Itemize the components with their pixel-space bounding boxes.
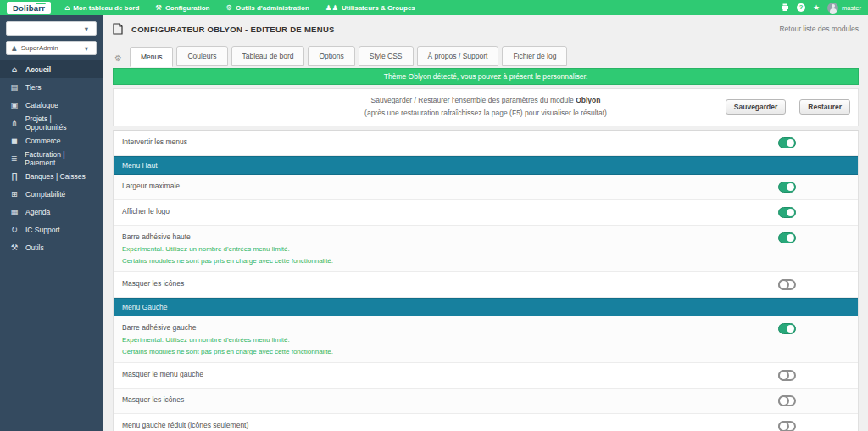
setting-row-masquer-les-ic-nes: Masquer les icônes: [114, 389, 858, 414]
tab-couleurs[interactable]: Couleurs: [176, 46, 227, 66]
tab-menus[interactable]: Menus: [130, 47, 174, 67]
sidebar-nav: ⌂Accueil▤Tiers▣Catalogue⋔Projets | Oppor…: [0, 60, 103, 256]
setting-label: Intervertir les menus: [122, 137, 187, 146]
tab-propos-support[interactable]: À propos / Support: [417, 46, 499, 66]
toggle-menu-gauche-r-duit-ic-nes-seulement[interactable]: [778, 421, 796, 431]
invoice-icon: ≣: [9, 154, 19, 163]
toggle-barre-adh-sive-gauche[interactable]: [778, 323, 796, 334]
sidebar-item-label: Comptabilité: [25, 190, 65, 199]
setting-label: Masquer les icônes: [122, 395, 184, 404]
topmenu-item-configuration[interactable]: ⚒Configuration: [155, 3, 209, 12]
toggle-afficher-le-logo[interactable]: [778, 207, 796, 218]
topmenu-item-outils-d-administration[interactable]: ⚙Outils d'administration: [225, 3, 309, 12]
tab-options[interactable]: Options: [308, 46, 354, 66]
setting-text: Barre adhésive gaucheExpérimental. Utili…: [122, 323, 333, 355]
sidebar-item-label: Outils: [25, 243, 44, 252]
section-header-menu-gauche: Menu Gauche: [114, 298, 858, 316]
setting-row-barre-adh-sive-haute: Barre adhésive hauteExpérimental. Utilis…: [114, 226, 858, 272]
sauvegarder-button[interactable]: Sauvegarder: [726, 99, 787, 115]
toggle-largeur-maximale[interactable]: [778, 182, 796, 193]
setting-row-masquer-les-ic-nes: Masquer les icônes: [114, 272, 858, 298]
chevron-down-icon: ▾: [85, 25, 88, 33]
section-header-menu-haut: Menu Haut: [114, 156, 858, 175]
page-header: CONFIGURATEUR OBLYON - EDITEUR DE MENUS …: [113, 23, 859, 35]
sidebar-item-projets-opportunit-s[interactable]: ⋔Projets | Opportunités: [0, 114, 103, 132]
top-navbar: Dolibarr ⌂Mon tableau de bord⚒Configurat…: [0, 0, 868, 15]
sidebar-item-label: Agenda: [25, 208, 50, 216]
sidebar-item-comptabilit[interactable]: ⊞Comptabilité: [0, 185, 103, 203]
tab-tableau-de-bord[interactable]: Tableau de bord: [231, 46, 305, 66]
sidebar-item-accueil[interactable]: ⌂Accueil: [0, 60, 103, 78]
save-restore-panel: Sauvegarder / Restaurer l'ensemble des p…: [113, 88, 859, 126]
setting-note: Expérimental. Utilisez un nombre d'entré…: [122, 245, 333, 253]
users-icon: ♟♟: [326, 3, 338, 12]
toggle-intervertir-les-menus[interactable]: [778, 137, 796, 148]
topmenu-label: Outils d'administration: [236, 4, 309, 12]
search-select[interactable]: ▾: [6, 21, 97, 36]
sidebar-item-outils[interactable]: ⚒Outils: [0, 238, 103, 256]
sidebar-item-label: Tiers: [25, 83, 42, 92]
sidebar-item-catalogue[interactable]: ▣Catalogue: [0, 96, 103, 114]
tab-style-css[interactable]: Style CSS: [359, 46, 414, 66]
setting-note: Expérimental. Utilisez un nombre d'entré…: [122, 336, 333, 344]
topmenu-item-utilisateurs-groupes[interactable]: ♟♟Utilisateurs & Groupes: [326, 3, 415, 12]
calculator-icon: ⊞: [9, 189, 19, 199]
setting-text: Masquer les icônes: [122, 279, 184, 290]
theme-detected-banner: Thème Oblyon détecté, vous pouvez à prés…: [113, 68, 859, 85]
setting-text: Afficher le logo: [122, 207, 170, 218]
module-name: Oblyon: [576, 96, 600, 104]
setting-row-menu-gauche-r-duit-ic-nes-seulement: Menu gauche réduit (icônes seulement): [114, 414, 858, 431]
cube-icon: ▣: [9, 100, 19, 109]
document-icon: [113, 23, 123, 35]
back-to-modules-link[interactable]: Retour liste des modules: [779, 25, 859, 33]
tabs-row: ⚙ MenusCouleursTableau de bordOptionsSty…: [113, 46, 859, 66]
username: master: [842, 4, 861, 12]
setting-row-largeur-maximale: Largeur maximale: [114, 175, 858, 200]
sidebar-item-ic-support[interactable]: ↻IC Support: [0, 221, 103, 238]
sidebar-item-label: Catalogue: [25, 101, 58, 109]
topbar-right: ? ★ master: [781, 3, 861, 14]
setting-note: Certains modules ne sont pas pris en cha…: [122, 257, 333, 265]
topmenu-label: Utilisateurs & Groupes: [342, 4, 415, 12]
settings-table: Intervertir les menusMenu HautLargeur ma…: [113, 130, 859, 431]
sidebar-item-facturation-paiement[interactable]: ≣Facturation | Paiement: [0, 149, 103, 167]
bank-icon: ∏: [9, 171, 19, 181]
toggle-masquer-les-ic-nes[interactable]: [778, 279, 796, 290]
user-select[interactable]: ♟ SuperAdmin▾: [6, 41, 97, 55]
restaurer-button[interactable]: Restaurer: [799, 99, 850, 115]
setting-label: Afficher le logo: [122, 207, 170, 216]
star-icon[interactable]: ★: [813, 4, 820, 12]
wrench-icon: ⚒: [9, 243, 19, 252]
setting-label: Barre adhésive gauche: [122, 323, 333, 332]
app-logo-text: Dolibarr: [13, 3, 45, 13]
toggle-barre-adh-sive-haute[interactable]: [778, 232, 796, 243]
tab-fichier-de-log[interactable]: Fichier de log: [502, 46, 567, 66]
printer-icon[interactable]: [781, 3, 789, 12]
tabs: MenusCouleursTableau de bordOptionsStyle…: [130, 46, 567, 66]
sidebar-item-tiers[interactable]: ▤Tiers: [0, 78, 103, 96]
sidebar-item-banques-caisses[interactable]: ∏Banques | Caisses: [0, 167, 103, 185]
chevron-down-icon: ▾: [85, 44, 88, 53]
top-menu: ⌂Mon tableau de bord⚒Configuration⚙Outil…: [64, 3, 781, 12]
toggle-masquer-les-ic-nes[interactable]: [778, 395, 796, 406]
user-menu[interactable]: master: [827, 3, 861, 14]
setting-text: Largeur maximale: [122, 182, 180, 193]
sidebar-item-agenda[interactable]: ▦Agenda: [0, 203, 103, 221]
page-title: CONFIGURATEUR OBLYON - EDITEUR DE MENUS: [131, 25, 335, 34]
setting-label: Barre adhésive haute: [122, 232, 333, 241]
setting-row-barre-adh-sive-gauche: Barre adhésive gaucheExpérimental. Utili…: [114, 316, 858, 363]
setting-label: Masquer les icônes: [122, 279, 184, 288]
sidebar-item-commerce[interactable]: ◼Commerce: [0, 132, 103, 149]
setting-row-afficher-le-logo: Afficher le logo: [114, 200, 858, 226]
topmenu-item-mon-tableau-de-bord[interactable]: ⌂Mon tableau de bord: [64, 3, 139, 12]
left-sidebar: ▾ ♟ SuperAdmin▾ ⌂Accueil▤Tiers▣Catalogue…: [0, 15, 103, 431]
app-logo[interactable]: Dolibarr: [7, 2, 51, 14]
briefcase-icon: ◼: [9, 136, 19, 145]
building-icon: ▤: [9, 82, 19, 92]
toggle-masquer-le-menu-gauche[interactable]: [778, 370, 796, 381]
sidebar-item-label: IC Support: [25, 226, 60, 234]
setting-text: Menu gauche réduit (icônes seulement): [122, 421, 248, 431]
logo-accent: [36, 3, 46, 4]
sidebar-item-label: Accueil: [25, 65, 51, 74]
help-icon[interactable]: ?: [797, 3, 805, 12]
